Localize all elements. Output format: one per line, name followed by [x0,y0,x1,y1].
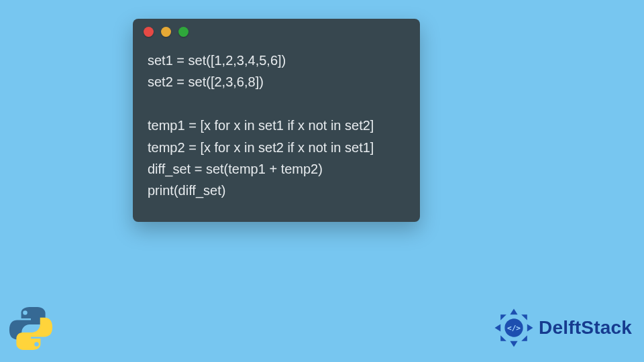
code-line: set2 = set([2,3,6,8]) [148,74,264,89]
minimize-icon [161,27,171,37]
code-line: set1 = set([1,2,3,4,5,6]) [148,53,286,68]
svg-marker-1 [521,314,527,320]
svg-marker-5 [500,335,506,341]
code-line: temp2 = [x for x in set2 if x not in set… [148,140,374,155]
window-titlebar [133,19,420,44]
close-icon [144,27,154,37]
code-line: diff_set = set(temp1 + temp2) [148,162,323,176]
code-line: print(diff_set) [148,183,225,198]
code-line: temp1 = [x for x in set1 if x not in set… [148,118,374,133]
python-logo-icon [7,304,55,353]
code-window: set1 = set([1,2,3,4,5,6]) set2 = set([2,… [133,19,420,222]
brand-area: </> DelftStack [493,307,632,349]
svg-text:</>: </> [507,324,521,333]
svg-marker-6 [495,324,501,331]
svg-marker-0 [510,308,517,314]
svg-marker-2 [527,324,533,331]
code-block: set1 = set([1,2,3,4,5,6]) set2 = set([2,… [133,44,420,208]
svg-marker-7 [500,314,506,320]
brand-name: DelftStack [539,317,632,339]
svg-marker-4 [510,341,517,347]
svg-marker-3 [521,335,527,341]
delftstack-mark-icon: </> [493,307,535,349]
maximize-icon [178,27,189,37]
